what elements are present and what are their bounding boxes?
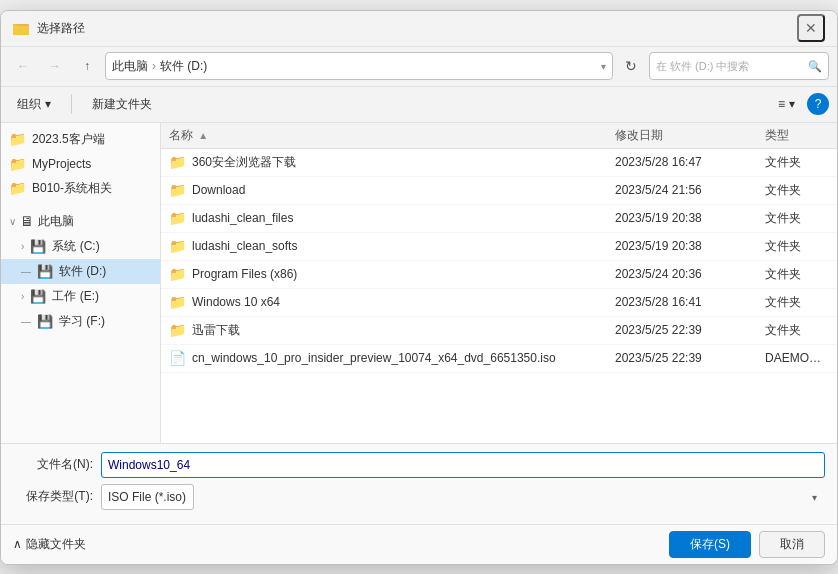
file-type: DAEMO… — [757, 351, 837, 365]
address-drive: 软件 (D:) — [160, 58, 207, 75]
title-bar-left: 选择路径 — [13, 20, 85, 37]
table-row[interactable]: 📁 ludashi_clean_files 2023/5/19 20:38 文件… — [161, 205, 837, 233]
filetype-label: 保存类型(T): — [13, 488, 93, 505]
file-date: 2023/5/24 21:56 — [607, 183, 757, 197]
main-content: 📁 2023.5客户端 📁 MyProjects 📁 B010-系统相关 ∨ 🖥… — [1, 123, 837, 443]
filename-input[interactable] — [101, 452, 825, 478]
file-icon: 📁 — [169, 182, 186, 198]
file-date: 2023/5/19 20:38 — [607, 211, 757, 225]
file-type: 文件夹 — [757, 182, 837, 199]
file-type: 文件夹 — [757, 210, 837, 227]
file-icon: 📁 — [169, 322, 186, 338]
drive-icon-f: 💾 — [37, 314, 53, 329]
sidebar-item-2023[interactable]: 📁 2023.5客户端 — [1, 127, 160, 152]
title-bar: 选择路径 ✕ — [1, 11, 837, 47]
table-row[interactable]: 📁 Download 2023/5/24 21:56 文件夹 — [161, 177, 837, 205]
view-button[interactable]: ≡ ▾ — [770, 93, 803, 115]
file-icon: 📁 — [169, 266, 186, 282]
file-date: 2023/5/28 16:47 — [607, 155, 757, 169]
sidebar-item-e-drive[interactable]: › 💾 工作 (E:) — [1, 284, 160, 309]
organize-arrow: ▾ — [45, 97, 51, 111]
table-row[interactable]: 📁 迅雷下载 2023/5/25 22:39 文件夹 — [161, 317, 837, 345]
filename-label: 文件名(N): — [13, 456, 93, 473]
file-name: Program Files (x86) — [192, 267, 297, 281]
save-button[interactable]: 保存(S) — [669, 531, 751, 558]
cancel-button[interactable]: 取消 — [759, 531, 825, 558]
organize-button[interactable]: 组织 ▾ — [9, 93, 59, 116]
folder-icon-b010: 📁 — [9, 180, 26, 196]
sidebar-group-pc[interactable]: ∨ 🖥 此电脑 — [1, 209, 160, 234]
sidebar-label-2023: 2023.5客户端 — [32, 131, 105, 148]
file-date: 2023/5/25 22:39 — [607, 323, 757, 337]
table-row[interactable]: 📄 cn_windows_10_pro_insider_preview_1007… — [161, 345, 837, 373]
file-type: 文件夹 — [757, 154, 837, 171]
file-name: Download — [192, 183, 245, 197]
sidebar-item-myprojects[interactable]: 📁 MyProjects — [1, 152, 160, 176]
footer: ∧ 隐藏文件夹 保存(S) 取消 — [1, 524, 837, 564]
sidebar-item-d-drive[interactable]: — 💾 软件 (D:) — [1, 259, 160, 284]
form-area: 文件名(N): 保存类型(T): ISO File (*.iso) — [1, 443, 837, 524]
address-sep1: › — [152, 59, 156, 73]
sort-arrow: ▲ — [198, 130, 208, 141]
action-toolbar: 组织 ▾ 新建文件夹 ≡ ▾ ? — [1, 87, 837, 123]
file-icon: 📄 — [169, 350, 186, 366]
forward-button[interactable]: → — [41, 52, 69, 80]
filename-row: 文件名(N): — [13, 452, 825, 478]
hide-folders-toggle[interactable]: ∧ 隐藏文件夹 — [13, 536, 86, 553]
sidebar-label-b010: B010-系统相关 — [32, 180, 112, 197]
address-pc: 此电脑 — [112, 58, 148, 75]
file-name: ludashi_clean_softs — [192, 239, 297, 253]
address-bar[interactable]: 此电脑 › 软件 (D:) ▾ — [105, 52, 613, 80]
sidebar-label-c: 系统 (C:) — [52, 238, 99, 255]
sidebar-item-b010[interactable]: 📁 B010-系统相关 — [1, 176, 160, 201]
header-type[interactable]: 类型 — [757, 127, 837, 144]
header-date[interactable]: 修改日期 — [607, 127, 757, 144]
file-date: 2023/5/19 20:38 — [607, 239, 757, 253]
folder-icon-myprojects: 📁 — [9, 156, 26, 172]
header-name[interactable]: 名称 ▲ — [161, 127, 607, 144]
view-icon: ≡ — [778, 97, 785, 111]
file-icon: 📁 — [169, 238, 186, 254]
filetype-select[interactable]: ISO File (*.iso) — [101, 484, 194, 510]
new-folder-button[interactable]: 新建文件夹 — [84, 93, 160, 116]
refresh-button[interactable]: ↻ — [617, 52, 645, 80]
toolbar-separator — [71, 94, 72, 114]
help-icon: ? — [815, 97, 822, 111]
file-icon: 📁 — [169, 210, 186, 226]
expand-icon-pc: ∨ — [9, 216, 16, 227]
sidebar-label-f: 学习 (F:) — [59, 313, 105, 330]
expand-e: › — [21, 291, 24, 302]
file-type: 文件夹 — [757, 238, 837, 255]
sidebar-item-c-drive[interactable]: › 💾 系统 (C:) — [1, 234, 160, 259]
sidebar-label-myprojects: MyProjects — [32, 157, 91, 171]
table-row[interactable]: 📁 360安全浏览器下载 2023/5/28 16:47 文件夹 — [161, 149, 837, 177]
address-dropdown-arrow[interactable]: ▾ — [601, 61, 606, 72]
help-button[interactable]: ? — [807, 93, 829, 115]
table-row[interactable]: 📁 Program Files (x86) 2023/5/24 20:36 文件… — [161, 261, 837, 289]
nav-toolbar: ← → ↑ 此电脑 › 软件 (D:) ▾ ↻ 在 软件 (D:) 中搜索 🔍 — [1, 47, 837, 87]
close-button[interactable]: ✕ — [797, 14, 825, 42]
sidebar-item-f-drive[interactable]: — 💾 学习 (F:) — [1, 309, 160, 334]
expand-c: › — [21, 241, 24, 252]
file-name: ludashi_clean_files — [192, 211, 293, 225]
dialog-title: 选择路径 — [37, 20, 85, 37]
hide-folders-label: 隐藏文件夹 — [26, 536, 86, 553]
drive-icon-e: 💾 — [30, 289, 46, 304]
file-name: 迅雷下载 — [192, 322, 240, 339]
sidebar-group-pc-label: 此电脑 — [38, 213, 74, 230]
file-date: 2023/5/24 20:36 — [607, 267, 757, 281]
file-type: 文件夹 — [757, 266, 837, 283]
expand-f: — — [21, 316, 31, 327]
file-name: Windows 10 x64 — [192, 295, 280, 309]
expand-d: — — [21, 266, 31, 277]
up-button[interactable]: ↑ — [73, 52, 101, 80]
sidebar: 📁 2023.5客户端 📁 MyProjects 📁 B010-系统相关 ∨ 🖥… — [1, 123, 161, 443]
table-row[interactable]: 📁 Windows 10 x64 2023/5/28 16:41 文件夹 — [161, 289, 837, 317]
drive-icon-c: 💾 — [30, 239, 46, 254]
filetype-row: 保存类型(T): ISO File (*.iso) — [13, 484, 825, 510]
back-button[interactable]: ← — [9, 52, 37, 80]
search-box[interactable]: 在 软件 (D:) 中搜索 🔍 — [649, 52, 829, 80]
sidebar-label-e: 工作 (E:) — [52, 288, 99, 305]
table-row[interactable]: 📁 ludashi_clean_softs 2023/5/19 20:38 文件… — [161, 233, 837, 261]
file-name: 360安全浏览器下载 — [192, 154, 296, 171]
